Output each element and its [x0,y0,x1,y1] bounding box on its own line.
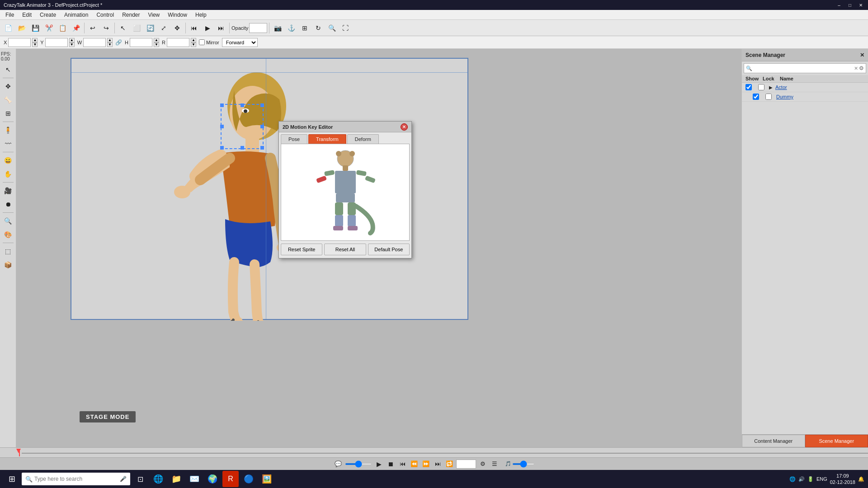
fullscreen-button[interactable]: ⛶ [339,22,352,34]
edge-browser-icon[interactable]: 🌐 [150,471,166,487]
start-button[interactable]: ⊞ [4,471,20,487]
actor-show-checkbox[interactable] [745,84,752,90]
tl-back-button[interactable]: ⏪ [409,459,419,469]
select-tool[interactable]: ↖ [2,63,14,76]
h-up[interactable]: ▲ [154,38,159,42]
rotate-button[interactable]: 🔄 [144,22,156,34]
opacity-input[interactable]: 100 [249,23,267,33]
tl-stop-button[interactable]: ⏹ [386,459,396,469]
menu-window[interactable]: Window [164,11,191,19]
motion-tab-deform[interactable]: Deform [347,134,379,144]
layer-tool[interactable]: ⬚ [2,245,14,258]
dummy-name-link[interactable]: Dummy [776,94,793,99]
r-input[interactable]: 0 [167,38,189,47]
motion-tab-pose[interactable]: Pose [281,134,307,144]
w-up[interactable]: ▲ [107,38,113,42]
speed-slider[interactable] [512,463,535,465]
reallusion-icon[interactable]: R [222,471,239,487]
maximize-button[interactable]: □ [846,1,854,9]
hand-tool[interactable]: ✋ [2,168,14,180]
motion-dialog-close-button[interactable]: ✕ [401,123,408,131]
tl-next-button[interactable]: ⏭ [433,459,443,469]
motion-dialog-header[interactable]: 2D Motion Key Editor ✕ [279,122,411,132]
direction-select[interactable]: Forward Backward [222,38,258,47]
actor-name-link[interactable]: Actor [775,84,787,90]
dummy-lock-checkbox[interactable] [765,94,772,100]
w-input[interactable]: 100.0 [83,38,106,47]
x-up[interactable]: ▲ [32,38,38,42]
menu-edit[interactable]: Edit [19,11,35,19]
paste-button[interactable]: 📌 [70,22,82,34]
timeline-track[interactable] [0,448,868,457]
face-tool[interactable]: 😀 [2,154,14,167]
color-tool[interactable]: 🎨 [2,228,14,241]
mail-icon[interactable]: ✉️ [186,471,203,487]
content-manager-tab[interactable]: Content Manager [742,435,805,447]
zoom-button[interactable]: 🔍 [326,22,338,34]
dummy-show-checkbox[interactable] [753,94,759,100]
direction-dropdown[interactable]: Forward Backward [222,38,258,47]
record-tool[interactable]: ⏺ [2,198,14,211]
menu-file[interactable]: File [2,11,18,19]
copy-button[interactable]: 📋 [56,22,69,34]
y-down[interactable]: ▼ [69,42,75,47]
scene-manager-close[interactable]: ✕ [860,52,864,58]
play-button[interactable]: ▶ [201,22,214,34]
camera-button[interactable]: 📷 [271,22,284,34]
comment-button[interactable]: 💬 [333,459,343,469]
chrome-icon[interactable]: 🌍 [204,471,221,487]
asset-tool[interactable]: 📦 [2,258,14,271]
notifications-icon[interactable]: 🔔 [858,476,864,482]
select-button[interactable]: ↖ [117,22,129,34]
camera-tool[interactable]: 🎥 [2,184,14,197]
x-down[interactable]: ▼ [32,42,38,47]
y-up[interactable]: ▲ [69,38,75,42]
grid-button[interactable]: ⊞ [298,22,311,34]
tl-forward-button[interactable]: ⏩ [421,459,431,469]
default-pose-button[interactable]: Default Pose [368,244,410,255]
save-button[interactable]: 💾 [29,22,42,34]
redo-button[interactable]: ↪ [100,22,113,34]
scene-settings-icon[interactable]: ⚙ [859,65,864,71]
tl-play-button[interactable]: ▶ [374,459,384,469]
cut-button[interactable]: ✂️ [42,22,55,34]
actor-lock-checkbox[interactable] [758,84,764,90]
app2-icon[interactable]: 🔵 [241,471,257,487]
menu-help[interactable]: Help [192,11,210,19]
scale-button[interactable]: ⤢ [157,22,170,34]
r-up[interactable]: ▲ [191,38,196,42]
task-view-button[interactable]: ⊡ [132,471,148,487]
bone-tool[interactable]: 🦴 [2,94,14,106]
next-frame-button[interactable]: ⏭ [215,22,227,34]
menu-view[interactable]: View [144,11,163,19]
body-tool[interactable]: 🧍 [2,124,14,136]
refresh-button[interactable]: ↻ [312,22,325,34]
file-explorer-icon[interactable]: 📁 [168,471,184,487]
r-down[interactable]: ▼ [191,42,196,47]
scene-search-clear[interactable]: ✕ [854,66,858,71]
close-button[interactable]: ✕ [857,1,864,9]
taskbar-search[interactable]: 🔍 🎤 [22,473,130,485]
scene-manager-tab[interactable]: Scene Manager [805,435,868,447]
reset-sprite-button[interactable]: Reset Sprite [281,244,322,255]
new-button[interactable]: 📄 [2,22,14,34]
timeline-zoom[interactable] [345,463,372,465]
prev-frame-button[interactable]: ⏮ [188,22,200,34]
timeline-list-button[interactable]: ☰ [490,459,500,469]
menu-render[interactable]: Render [118,11,143,19]
y-input[interactable]: 128.7 [45,38,68,47]
zoom-in-tool[interactable]: 🔍 [2,215,14,227]
tl-prev-button[interactable]: ⏮ [397,459,407,469]
motion-tool[interactable]: 〰 [2,137,14,150]
reset-all-button[interactable]: Reset All [324,244,366,255]
move-tool[interactable]: ✥ [2,80,14,93]
scene-search-input[interactable] [753,64,853,73]
x-input[interactable]: 11.2 [8,38,31,47]
keyframe-button[interactable]: ⚙ [478,459,488,469]
tl-loop-button[interactable]: 🔁 [444,459,454,469]
taskbar-search-input[interactable] [34,476,118,482]
menu-control[interactable]: Control [93,11,118,19]
motion-tab-transform[interactable]: Transform [308,134,346,144]
mirror-checkbox[interactable] [199,39,205,45]
transform-button[interactable]: ⬜ [130,22,143,34]
